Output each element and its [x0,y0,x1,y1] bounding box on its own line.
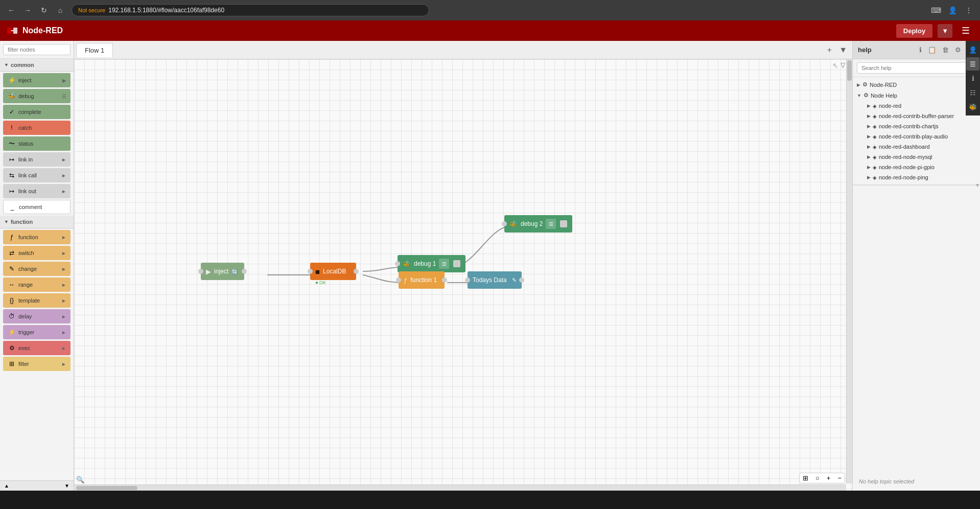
inject-label: inject [18,77,60,83]
tree-scroll-indicator: ▼ [975,182,980,188]
change-btn: ► [61,266,66,272]
tree-child-pi-gpio[interactable]: ▶ ◈ node-red-node-pi-gpio [863,162,980,172]
help-copy-btn[interactable]: 📋 [926,45,938,55]
node-change[interactable]: ✎ change ► [3,262,71,276]
tree-child-buffer-parser[interactable]: ▶ ◈ node-red-contrib-buffer-parser [863,111,980,121]
tree-child-dashboard[interactable]: ▶ ◈ node-red-dashboard [863,142,980,152]
nr-label: node-red [879,103,901,109]
canvas-inject-node[interactable]: ▶ inject 🔄 [201,263,244,280]
node-template[interactable]: {} template ► [3,293,71,308]
edge-debug-btn[interactable]: 🐝 [966,100,979,113]
node-inject[interactable]: ⚡ inject ▶ [3,73,71,87]
more-button[interactable]: ⋮ [962,3,976,17]
function-btn: ► [61,235,66,240]
node-catch[interactable]: ! catch [3,121,71,135]
canvas-expand-btn[interactable]: ⇖ [832,61,838,70]
canvas-search: 🔍 [76,476,84,483]
node-link-in[interactable]: ↦ link in ► [3,152,71,167]
node-delay[interactable]: ⏱ delay ► [3,309,71,323]
app-bar: Node-RED Deploy ▼ ☰ [0,20,980,41]
link-call-label: link call [18,172,59,178]
edge-user-btn[interactable]: 👤 [966,43,979,56]
canvas-hscroll[interactable] [74,484,846,491]
canvas-todays-node[interactable]: Todays Data ✎ [468,271,522,289]
canvas-debug2-node[interactable]: 🐝 debug 2 ☰ [504,215,572,233]
node-complete[interactable]: ✓ complete [3,105,71,119]
category-common[interactable]: ▼ common [0,59,74,72]
zoom-reset-btn[interactable]: ○ [812,473,823,483]
canvas-function1-node[interactable]: ƒ function 1 [399,271,445,289]
flow-canvas[interactable]: ▶ inject 🔄 ■ LocalDB ● OK [74,59,852,491]
zoom-fit-btn[interactable]: ⊞ [800,473,811,483]
link-out-btn: ► [61,189,66,194]
nav-buttons[interactable]: ← → ↻ ⌂ [4,3,67,17]
node-trigger[interactable]: ⚡ trigger ► [3,325,71,339]
svg-rect-0 [7,28,11,34]
common-label: common [11,62,34,68]
edge-info-btn[interactable]: ℹ [966,72,979,85]
debug-btn: ☰ [62,94,66,99]
debug1-btn[interactable]: ☰ [439,259,449,269]
node-range[interactable]: ↔ range ► [3,277,71,292]
browser-actions[interactable]: ⌨ 👤 ⋮ [929,3,976,17]
help-info-btn[interactable]: ℹ [917,45,924,55]
node-status[interactable]: 〜 status [3,136,71,151]
tree-child-play-audio[interactable]: ▶ ◈ node-red-contrib-play-audio [863,131,980,142]
my-icon: ◈ [873,154,877,160]
refresh-button[interactable]: ↻ [37,3,51,17]
sidebar-scroll-down[interactable]: ▼ [64,483,69,489]
node-filter[interactable]: ⊞ filter ► [3,357,71,371]
pa-label: node-red-contrib-play-audio [879,133,948,140]
profile-button[interactable]: 👤 [945,3,960,17]
back-button[interactable]: ← [4,3,18,17]
function1-icon: ƒ [404,276,407,284]
canvas-options-btn[interactable]: ∇ [841,61,845,70]
help-settings-btn[interactable]: ⚙ [953,45,963,55]
node-debug[interactable]: 🐝 debug ☰ [3,89,71,103]
edge-palette-btn[interactable]: ☰ [966,57,979,71]
flow-options-button[interactable]: ▼ [836,44,850,56]
zoom-in-btn[interactable]: + [824,473,834,483]
canvas-localdb-node[interactable]: ■ LocalDB ● OK [310,263,356,280]
help-delete-btn[interactable]: 🗑 [940,45,951,55]
sidebar-scroll-up[interactable]: ▲ [4,483,9,489]
pa-arrow: ▶ [867,134,871,139]
category-function[interactable]: ▼ function [0,216,74,228]
home-button[interactable]: ⌂ [53,3,67,17]
debug-label: debug [18,93,60,99]
tree-child-mysql[interactable]: ▶ ◈ node-red-node-mysql [863,152,980,162]
tree-item-node-help[interactable]: ▼ ⚙ Node Help [853,90,980,101]
node-link-call[interactable]: ⇆ link call ► [3,168,71,182]
canvas-vscroll[interactable] [846,59,852,483]
deploy-button[interactable]: Deploy [896,24,932,38]
tree-child-chartjs[interactable]: ▶ ◈ node-red-contrib-chartjs [863,121,980,131]
search-help-input[interactable] [857,62,976,74]
extensions-button[interactable]: ⌨ [929,3,943,17]
function-label: function [11,219,33,225]
add-flow-button[interactable]: + [824,44,835,56]
tree-child-node-red[interactable]: ▶ ◈ node-red [863,101,980,111]
zoom-controls[interactable]: ⊞ ○ + − [799,473,845,483]
tree-item-node-red[interactable]: ▶ ⚙ Node-RED [853,79,980,90]
tree-child-ping[interactable]: ▶ ◈ node-red-node-ping [863,172,980,182]
node-function[interactable]: ƒ function ► [3,230,71,244]
edge-context-btn[interactable]: ☷ [966,86,979,99]
help-message: No help topic selected [853,472,980,491]
node-link-out[interactable]: ↦ link out ► [3,184,71,198]
complete-icon: ✓ [7,107,16,117]
hamburger-menu[interactable]: ☰ [958,23,974,38]
filter-nodes-input[interactable] [3,44,71,55]
node-comment[interactable]: _ comment [3,200,71,214]
node-exec[interactable]: ⚙ exec ► [3,341,71,355]
deploy-caret-button[interactable]: ▼ [938,24,952,38]
address-bar[interactable]: Not secure 192.168.1.5:1880/#flow/aacc10… [72,4,429,16]
forward-button[interactable]: → [20,3,35,17]
connections-svg [74,59,852,491]
debug2-btn[interactable]: ☰ [546,219,556,229]
canvas-debug1-node[interactable]: 🐝 debug 1 ☰ [398,255,465,272]
node-switch[interactable]: ⇄ switch ► [3,246,71,260]
tab-actions[interactable]: + ▼ [824,44,850,56]
zoom-out-btn[interactable]: − [834,473,845,483]
cj-label: node-red-contrib-chartjs [879,123,939,129]
flow-tab-1[interactable]: Flow 1 [76,43,113,57]
